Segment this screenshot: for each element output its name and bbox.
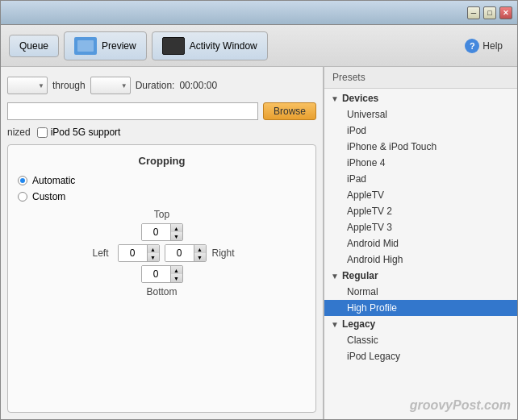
top-input-row: ▲ ▼	[18, 223, 306, 241]
close-button[interactable]: ✕	[499, 6, 512, 19]
automatic-radio-label[interactable]: Automatic	[18, 175, 306, 186]
right-panel: Presets ▼ DevicesUniversaliPodiPhone & i…	[324, 67, 517, 419]
right-spin-up[interactable]: ▲	[194, 245, 206, 253]
custom-label: Custom	[32, 191, 65, 202]
bottom-spin-btns: ▲ ▼	[170, 266, 182, 282]
left-spin-down[interactable]: ▼	[148, 253, 159, 261]
top-input[interactable]	[142, 224, 170, 240]
ipod-5g-label[interactable]: iPod 5G support	[37, 127, 121, 138]
through-dropdown[interactable]	[90, 77, 131, 94]
preset-item[interactable]: High Profile	[324, 300, 517, 316]
queue-label: Queue	[19, 40, 48, 52]
ipod-5g-checkbox[interactable]	[37, 127, 48, 138]
automatic-radio[interactable]	[18, 176, 27, 185]
collapse-icon: ▼	[331, 94, 339, 103]
watermark: groovyPost.com	[324, 392, 517, 419]
preset-item[interactable]: AppleTV	[324, 187, 517, 203]
left-spin-up[interactable]: ▲	[148, 245, 159, 253]
preset-item[interactable]: Classic	[324, 332, 517, 348]
presets-list: ▼ DevicesUniversaliPodiPhone & iPod Touc…	[324, 89, 517, 392]
main-window: ─ □ ✕ Queue Preview Activity Window ? He…	[0, 0, 518, 420]
nized-label: nized	[7, 127, 31, 138]
title-bar: ─ □ ✕	[1, 1, 517, 25]
group-label: Legacy	[342, 318, 375, 330]
left-panel: through Duration: 00:00:00 Browse nized	[1, 67, 324, 419]
preview-tab[interactable]: Preview	[64, 31, 147, 60]
content-area: through Duration: 00:00:00 Browse nized	[1, 67, 517, 419]
right-spin-btns: ▲ ▼	[194, 245, 206, 261]
source-dropdown[interactable]	[7, 77, 48, 94]
browse-button[interactable]: Browse	[263, 102, 316, 120]
preset-item[interactable]: iPhone 4	[324, 155, 517, 171]
top-spin-down[interactable]: ▼	[171, 232, 182, 240]
crop-fields: Top ▲ ▼ Left	[18, 209, 306, 297]
maximize-button[interactable]: □	[483, 6, 496, 19]
controls-row: through Duration: 00:00:00	[7, 73, 316, 98]
bottom-input-row: ▲ ▼	[18, 265, 306, 283]
top-label: Top	[150, 209, 174, 220]
collapse-icon: ▼	[331, 320, 339, 329]
source-dropdown-wrapper	[7, 77, 48, 94]
right-spin-field: ▲ ▼	[165, 244, 207, 262]
cropping-title: Cropping	[18, 155, 306, 167]
top-spin-btns: ▲ ▼	[170, 224, 182, 240]
bottom-spin-field: ▲ ▼	[141, 265, 183, 283]
preview-icon	[74, 37, 97, 55]
top-row: Top	[18, 209, 306, 220]
bottom-spin-up[interactable]: ▲	[171, 266, 182, 274]
custom-radio-label[interactable]: Custom	[18, 191, 306, 202]
help-label: Help	[482, 40, 503, 52]
minimize-button[interactable]: ─	[467, 6, 480, 19]
left-input[interactable]	[119, 245, 147, 261]
queue-tab[interactable]: Queue	[9, 35, 59, 57]
top-spin-up[interactable]: ▲	[171, 224, 182, 232]
preset-item[interactable]: iPod	[324, 123, 517, 139]
preset-item[interactable]: Normal	[324, 284, 517, 300]
lr-row: Left ▲ ▼ ▲ ▼	[18, 244, 306, 262]
duration-value: 00:00:00	[179, 80, 217, 91]
top-spin-field: ▲ ▼	[141, 223, 183, 241]
custom-radio[interactable]	[18, 192, 27, 202]
activity-icon	[162, 37, 185, 55]
group-label: Devices	[342, 93, 378, 104]
activity-window-label: Activity Window	[190, 40, 257, 52]
options-row: nized iPod 5G support	[7, 125, 316, 139]
left-spin-field: ▲ ▼	[118, 244, 160, 262]
preview-label: Preview	[102, 40, 136, 52]
right-spin-down[interactable]: ▼	[194, 253, 206, 261]
bottom-label: Bottom	[146, 286, 177, 297]
through-dropdown-wrapper	[90, 77, 131, 94]
collapse-icon: ▼	[331, 272, 339, 281]
presets-header: Presets	[324, 67, 517, 89]
bottom-input[interactable]	[142, 266, 170, 282]
preset-item[interactable]: iPod Legacy	[324, 348, 517, 364]
preset-item[interactable]: AppleTV 3	[324, 219, 517, 235]
preset-item[interactable]: iPad	[324, 171, 517, 187]
activity-window-tab[interactable]: Activity Window	[152, 31, 268, 60]
right-input[interactable]	[165, 245, 194, 261]
preset-group-devices[interactable]: ▼ Devices	[324, 90, 517, 106]
bottom-spin-down[interactable]: ▼	[171, 274, 182, 282]
automatic-label: Automatic	[32, 175, 75, 186]
help-icon: ?	[465, 39, 479, 53]
preset-group-regular[interactable]: ▼ Regular	[324, 268, 517, 284]
bottom-label-row: Bottom	[18, 286, 306, 297]
right-label: Right	[211, 247, 236, 259]
preset-item[interactable]: AppleTV 2	[324, 203, 517, 219]
preset-item[interactable]: Android High	[324, 252, 517, 268]
preset-item[interactable]: Android Mid	[324, 235, 517, 252]
browse-row: Browse	[7, 102, 316, 120]
group-label: Regular	[342, 270, 378, 281]
path-input[interactable]	[7, 102, 258, 120]
toolbar: Queue Preview Activity Window ? Help	[1, 25, 517, 67]
through-label: through	[52, 80, 86, 91]
preset-group-legacy[interactable]: ▼ Legacy	[324, 316, 517, 332]
left-spin-btns: ▲ ▼	[147, 245, 159, 261]
duration-label: Duration:	[136, 80, 175, 91]
preset-item[interactable]: Universal	[324, 106, 517, 123]
title-bar-buttons: ─ □ ✕	[467, 6, 512, 19]
preset-item[interactable]: iPhone & iPod Touch	[324, 139, 517, 155]
left-label: Left	[89, 247, 113, 259]
cropping-box: Cropping Automatic Custom Top	[7, 144, 316, 413]
help-button[interactable]: ? Help	[458, 35, 509, 56]
